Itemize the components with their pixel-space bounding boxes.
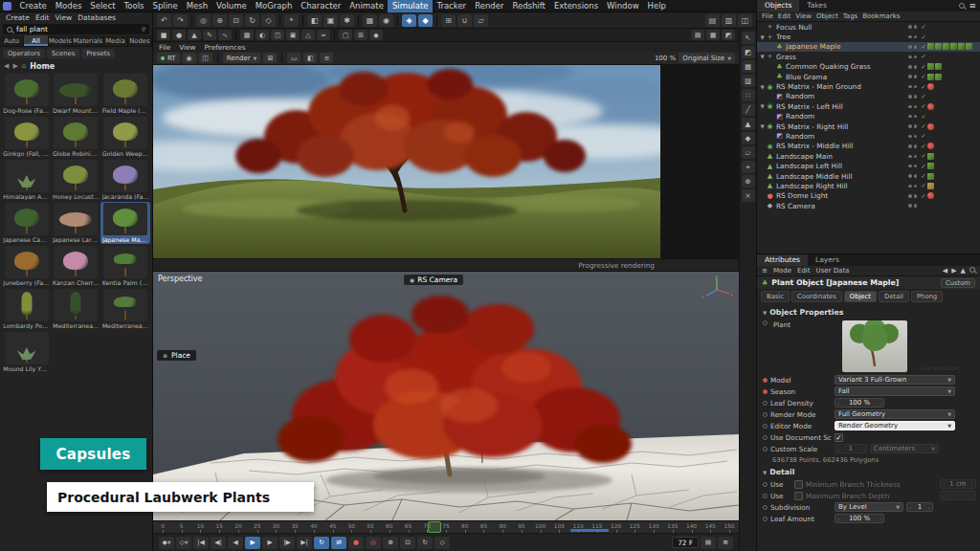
symmetry-icon[interactable]: ◫ [271, 30, 284, 40]
editor-visibility-dot[interactable] [908, 165, 912, 168]
tab-takes[interactable]: Takes [799, 0, 835, 11]
zoom-level[interactable]: 100 % [655, 55, 676, 62]
object-row-rs-camera[interactable]: ◆RS Camera [757, 201, 980, 210]
render-view-icon[interactable]: ◧ [307, 14, 322, 27]
next-frame-button[interactable]: ▶ [262, 537, 278, 549]
checkbox-maximum-branch-depth[interactable] [794, 492, 803, 500]
expand-arrow-icon[interactable]: ▼ [759, 34, 766, 40]
hud-toggle-icon[interactable]: ▤ [701, 537, 716, 549]
spin-left-icon[interactable]: ‹ [837, 516, 839, 522]
object-row-rs-matrix-middle-hill[interactable]: ◉RS Matrix - Middle Hill✓ [757, 142, 980, 151]
dropdown-variant-3-full-grown[interactable]: Variant 3 Full-Grown▼ [835, 375, 955, 385]
last-tool-icon[interactable]: ◇ [261, 14, 276, 27]
spin-right-icon[interactable]: › [862, 446, 864, 452]
timeline-ruler[interactable]: 0510152025303540455055606570758085909510… [153, 521, 739, 534]
spin-left-icon[interactable]: ‹ [837, 446, 839, 452]
primitive-sphere-icon[interactable]: ● [172, 30, 186, 40]
layout-single-icon[interactable]: ▤ [705, 14, 720, 27]
editor-visibility-dot[interactable] [908, 85, 912, 89]
tab-layers[interactable]: Layers [808, 254, 847, 266]
asset-plant-japanese-camellia-fall-plant[interactable]: Japanese Camellia (Fall, Plant) [2, 202, 52, 244]
search-icon[interactable] [959, 3, 965, 9]
attr-tab-phong[interactable]: Phong [911, 291, 943, 302]
keyframe-dot[interactable] [763, 505, 768, 510]
spin-left-icon[interactable]: ‹ [943, 493, 945, 499]
editor-visibility-dot[interactable] [908, 185, 912, 188]
search-input[interactable]: fall plant ∇ [3, 24, 149, 34]
keyframe-dot[interactable] [763, 435, 768, 440]
tab-media[interactable]: Media [103, 35, 127, 46]
object-row-japanese-maple[interactable]: ♣Japanese Maple✓ [757, 42, 980, 52]
home-icon[interactable]: ⌂ [22, 62, 26, 70]
collection-scenes[interactable]: Scenes [47, 49, 79, 58]
texture-tag-icon[interactable] [927, 183, 934, 189]
keyframe-dot[interactable] [763, 378, 768, 383]
tab-nodes[interactable]: Nodes [128, 35, 152, 46]
editor-visibility-dot[interactable] [908, 144, 912, 148]
enabled-check-icon[interactable]: ✓ [920, 163, 927, 170]
expand-arrow-icon[interactable]: ▼ [759, 84, 766, 90]
texture-tag-icon[interactable] [943, 43, 949, 50]
rt-toggle-button[interactable]: RT [157, 53, 180, 63]
expand-arrow-icon[interactable]: ▼ [759, 103, 766, 109]
nav-back-icon[interactable]: ◀ [4, 62, 9, 70]
polygons-mode-icon[interactable]: ▲ [742, 118, 755, 130]
asset-plant-globe-robinia-fall-plant[interactable]: Globe Robinia (Fall, Plant) [52, 116, 101, 158]
render-visibility-dot[interactable] [914, 124, 918, 128]
texture-tag-icon[interactable] [950, 43, 957, 50]
spin-right-icon[interactable]: › [880, 516, 881, 522]
object-menu-tags[interactable]: Tags [843, 12, 858, 20]
texture-tag-icon[interactable] [927, 74, 934, 80]
attr-tab-basic[interactable]: Basic [761, 291, 790, 302]
object-menu-edit[interactable]: Edit [778, 12, 791, 20]
render-visibility-dot[interactable] [914, 65, 918, 69]
cloner-icon[interactable]: ▣ [286, 30, 300, 40]
asset-plant-kanzan-cherry-fall-plant[interactable]: Kanzan Cherry (Fall, Plant) [52, 245, 101, 287]
menu-mograph[interactable]: MoGraph [251, 0, 297, 12]
spline-icon[interactable]: ∿ [218, 30, 232, 40]
enabled-check-icon[interactable]: ✓ [920, 113, 927, 121]
model-mode-icon[interactable]: ▦ [742, 60, 755, 73]
attr-tab-detail[interactable]: Detail [879, 291, 909, 302]
object-row-random[interactable]: ◩Random✓ [757, 131, 980, 141]
menu-modes[interactable]: Modes [51, 0, 86, 12]
object-menu-object[interactable]: Object [816, 12, 838, 20]
enabled-check-icon[interactable]: ✓ [920, 53, 927, 60]
search-icon[interactable] [969, 267, 975, 273]
editor-visibility-dot[interactable] [908, 204, 912, 208]
visibility-dots[interactable] [908, 124, 917, 128]
record-parameter-button[interactable]: ◇ [434, 537, 450, 549]
enabled-check-icon[interactable]: ✓ [920, 102, 927, 110]
enabled-check-icon[interactable]: ✓ [920, 23, 927, 31]
move-tool-icon[interactable]: ⊕ [212, 14, 227, 27]
spin-left-icon[interactable]: ‹ [909, 504, 911, 511]
visibility-dots[interactable] [908, 25, 917, 29]
autokey-button[interactable]: ◎ [366, 537, 381, 549]
effector-icon[interactable]: △ [301, 30, 315, 40]
asset-plant-lombardy-poplar-fall-plant[interactable]: Lombardy Poplar (Fall, Plant) [2, 288, 52, 330]
rotate-tool-icon[interactable]: ↻ [245, 14, 259, 27]
visibility-dots[interactable] [908, 85, 917, 89]
asset-plant-juneberry-fall-plant[interactable]: Juneberry (Fall, Plant) [2, 245, 52, 287]
asset-plant-japanese-larch-fall-plant[interactable]: Japanese Larch (Fall, Plant) [52, 202, 101, 244]
fields-icon[interactable]: ◉ [379, 14, 393, 27]
tab-materials[interactable]: Materials [73, 35, 103, 46]
object-row-grass[interactable]: ▼+Grass✓ [757, 52, 980, 61]
visibility-dots[interactable] [908, 115, 917, 119]
record-rotation-button[interactable]: ↻ [417, 537, 433, 549]
keyframe-dot[interactable] [763, 494, 768, 498]
prev-key-button[interactable]: ◀| [211, 537, 226, 549]
menu-spline[interactable]: Spline [148, 0, 182, 12]
menu-animate[interactable]: Animate [345, 0, 389, 12]
undo-icon[interactable]: ↶ [157, 14, 171, 27]
object-row-landscape-middle-hill[interactable]: ▲Landscape Middle Hill✓ [757, 171, 980, 181]
number-field[interactable]: ‹1› [906, 502, 933, 512]
object-row-rs-matrix-right-hill[interactable]: ▼◉RS Matrix - Right Hill✓ [757, 121, 980, 131]
render-visibility-dot[interactable] [914, 194, 918, 198]
visibility-dots[interactable] [908, 95, 917, 99]
make-editable-icon[interactable]: ◩ [742, 46, 755, 58]
visibility-dots[interactable] [908, 105, 917, 109]
menu-volume[interactable]: Volume [212, 0, 252, 12]
asset-plant-mediterranean-cypress-fall-plant[interactable]: Mediterranean Cypress (Fall, Plant) [52, 288, 101, 330]
snap-toggle-icon[interactable]: ⊕ [742, 175, 755, 187]
